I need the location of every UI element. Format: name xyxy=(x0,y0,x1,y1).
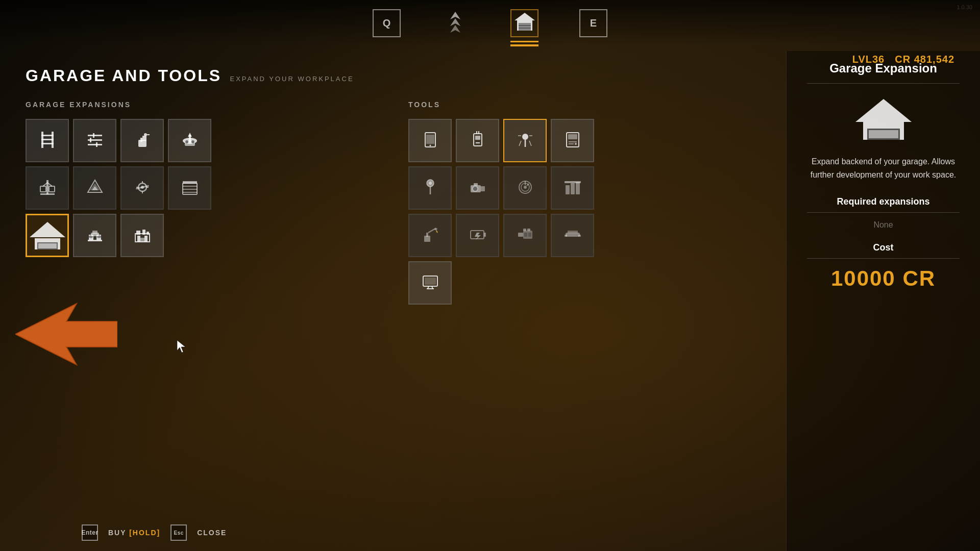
esc-key-button[interactable]: Esc xyxy=(170,524,187,541)
car-part-icon xyxy=(564,226,582,246)
bottom-bar: Enter BUY [HOLD] Esc CLOSE xyxy=(82,524,227,541)
nav-tab-upgrades[interactable] xyxy=(442,9,470,37)
detail-description: Expand backend of your garage. Allows fu… xyxy=(807,155,960,181)
mouse-cursor xyxy=(176,339,182,348)
tool-item-8[interactable] xyxy=(551,166,594,210)
svg-rect-116 xyxy=(565,235,567,237)
player-info: LVL36 CR 481,542 xyxy=(852,54,954,65)
svg-marker-29 xyxy=(188,133,192,137)
garage-item-11[interactable] xyxy=(120,214,164,257)
scale-icon xyxy=(38,178,57,198)
car-lift-icon xyxy=(86,226,104,246)
tool-item-10[interactable] xyxy=(456,214,499,257)
tool-item-7[interactable] xyxy=(503,166,547,210)
svg-point-26 xyxy=(185,140,188,143)
tool-item-5[interactable] xyxy=(408,166,452,210)
tablet-icon xyxy=(421,131,439,151)
tools-grid xyxy=(408,119,761,305)
svg-marker-3 xyxy=(514,13,535,20)
tool-item-11[interactable] xyxy=(503,214,547,257)
tool-rack-icon xyxy=(564,178,582,198)
tool-item-12[interactable] xyxy=(551,214,594,257)
car-factory-icon xyxy=(133,226,152,246)
svg-rect-20 xyxy=(142,136,146,141)
spotlight-icon xyxy=(516,131,534,151)
top-navigation: Q E xyxy=(0,0,980,46)
ladder-icon xyxy=(38,131,57,151)
garage-door-icon xyxy=(181,178,199,198)
svg-marker-124 xyxy=(177,340,185,353)
tools-title: TOOLS xyxy=(408,101,761,109)
required-expansions-label: Required expansions xyxy=(807,196,960,213)
svg-rect-13 xyxy=(88,135,102,136)
svg-rect-89 xyxy=(481,186,485,191)
welder-icon xyxy=(421,226,439,246)
pyramid-icon xyxy=(86,178,104,198)
svg-point-22 xyxy=(144,133,147,136)
svg-rect-99 xyxy=(565,181,581,183)
svg-rect-106 xyxy=(484,233,486,237)
svg-marker-1 xyxy=(450,18,460,26)
battery-charger-icon xyxy=(469,226,487,246)
engine-scan-icon xyxy=(516,178,534,198)
svg-rect-115 xyxy=(568,231,578,233)
garage-icon xyxy=(512,10,537,36)
tool-item-9[interactable] xyxy=(408,214,452,257)
svg-rect-108 xyxy=(518,233,523,237)
garage-item-1[interactable] xyxy=(26,119,69,162)
enter-key-button[interactable]: Enter xyxy=(82,524,98,541)
cost-value: 10000 CR xyxy=(807,266,960,291)
svg-rect-17 xyxy=(90,138,91,142)
garage-item-6[interactable] xyxy=(73,166,116,210)
svg-point-83 xyxy=(575,143,577,145)
svg-rect-90 xyxy=(474,183,478,186)
buy-label: BUY [HOLD] xyxy=(108,529,160,537)
engine-tool-icon xyxy=(516,226,534,246)
svg-rect-5 xyxy=(519,23,531,31)
nav-tab-q[interactable]: Q xyxy=(373,9,401,37)
svg-point-27 xyxy=(191,140,194,143)
garage-item-3[interactable] xyxy=(120,119,164,162)
tool-item-2[interactable] xyxy=(456,119,499,162)
svg-rect-111 xyxy=(528,233,531,237)
tool-item-1[interactable] xyxy=(408,119,452,162)
garage-item-8[interactable] xyxy=(168,166,211,210)
nav-tab-garage[interactable] xyxy=(510,9,538,37)
page-title: GARAGE AND TOOLS xyxy=(26,66,222,85)
garage-item-5[interactable] xyxy=(26,166,69,210)
svg-marker-2 xyxy=(450,25,460,33)
display-screen-icon xyxy=(421,273,439,293)
svg-rect-59 xyxy=(137,236,140,242)
svg-rect-11 xyxy=(41,139,54,140)
nav-tab-e[interactable]: E xyxy=(579,9,607,37)
garage-item-10[interactable] xyxy=(73,214,116,257)
pin-icon xyxy=(421,178,439,198)
q-key-label: Q xyxy=(383,17,391,29)
svg-line-104 xyxy=(436,231,437,233)
camera-rig-icon xyxy=(469,178,487,198)
garage-item-9-selected[interactable] xyxy=(26,214,69,257)
esc-key-label: Esc xyxy=(174,530,184,536)
main-content: GARAGE AND TOOLS EXPAND YOUR WORKPLACE G… xyxy=(0,51,980,551)
svg-rect-64 xyxy=(146,232,149,235)
garage-item-4[interactable] xyxy=(168,119,211,162)
tool-item-13[interactable] xyxy=(408,261,452,305)
svg-rect-31 xyxy=(40,193,55,195)
garage-item-7[interactable] xyxy=(120,166,164,210)
svg-rect-15 xyxy=(88,144,102,145)
tool-item-4[interactable] xyxy=(551,119,594,162)
svg-point-67 xyxy=(429,144,431,146)
tool-item-6[interactable] xyxy=(456,166,499,210)
svg-rect-98 xyxy=(576,182,580,194)
svg-rect-50 xyxy=(183,181,197,184)
garage-expansions-grid xyxy=(26,119,378,257)
svg-rect-57 xyxy=(92,231,97,234)
tool-item-3[interactable] xyxy=(503,119,547,162)
svg-rect-110 xyxy=(524,233,527,237)
svg-rect-112 xyxy=(523,229,526,231)
garage-item-2[interactable] xyxy=(73,119,116,162)
svg-rect-113 xyxy=(527,229,530,231)
svg-rect-10 xyxy=(41,135,54,136)
svg-rect-60 xyxy=(144,236,148,242)
page-title-area: GARAGE AND TOOLS EXPAND YOUR WORKPLACE xyxy=(26,66,761,85)
